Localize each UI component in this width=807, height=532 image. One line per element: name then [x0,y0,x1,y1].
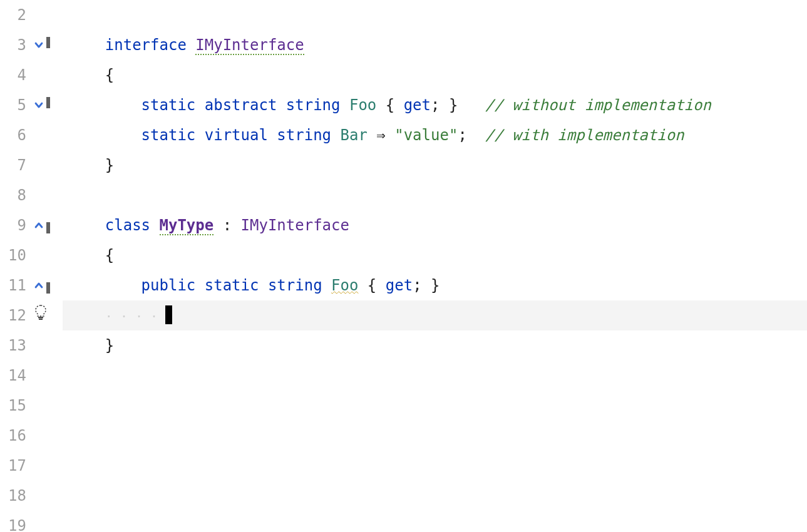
indent [69,36,105,54]
punct: { [358,277,385,294]
gutter-row: 13 [0,330,63,361]
implementation-mark-icon [46,282,50,294]
lightbulb-icon[interactable] [34,300,48,330]
type-name[interactable]: MyType [160,217,214,235]
code-line[interactable]: class MyType : IMyInterface [63,210,807,240]
comment: // without implementation [485,96,711,114]
gutter-row: 12 [0,300,63,330]
gutter-row: 8 [0,180,63,210]
code-line[interactable]: static abstract string Foo { get; } // w… [63,90,807,120]
indent [69,126,141,144]
gutter-row: 7 [0,150,63,180]
text-cursor [165,305,172,324]
arrow-operator: ⇒ [368,126,394,144]
gutter-row: 18 [0,481,63,511]
svg-rect-0 [38,317,43,318]
whitespace-indicators: · · · · [105,309,165,324]
line-number: 17 [0,451,30,481]
line-number: 11 [0,270,30,300]
indent [69,66,105,84]
indent [69,247,105,264]
indent [69,307,105,324]
code-line[interactable] [63,180,807,210]
code-editor[interactable]: 2 3 4 5 6 7 8 9 [0,0,807,532]
line-number: 7 [0,150,30,180]
implementation-mark-icon [46,37,50,48]
has-implementations-icon[interactable] [34,40,44,50]
gutter-row: 17 [0,451,63,481]
brace: { [105,66,114,84]
code-line[interactable]: { [63,240,807,270]
brace: { [105,247,114,264]
gutter-row: 14 [0,361,63,391]
gutter-row: 6 [0,120,63,150]
gutter: 2 3 4 5 6 7 8 9 [0,0,63,532]
brace: } [105,156,114,174]
line-number: 10 [0,240,30,270]
code-line[interactable]: } [63,150,807,180]
gutter-row: 3 [0,30,63,60]
code-line[interactable]: interface IMyInterface [63,30,807,60]
gutter-row: 15 [0,391,63,421]
line-number: 9 [0,210,30,240]
gutter-row: 10 [0,240,63,270]
punct: { [376,96,403,114]
indent [69,337,105,354]
string-literal: "value" [394,126,458,144]
keyword: static [141,96,205,114]
code-line[interactable]: static virtual string Bar ⇒ "value"; // … [63,120,807,150]
member-name[interactable]: Foo [349,96,376,114]
type-name[interactable]: IMyInterface [241,217,349,234]
member-name[interactable]: Bar [341,126,368,144]
gutter-row: 9 [0,210,63,240]
overrides-icon[interactable] [34,280,44,290]
keyword: public [141,277,205,294]
has-implementations-icon[interactable] [34,100,44,110]
implementation-mark-icon [46,222,50,233]
indent [69,277,141,294]
brace: } [105,337,114,354]
line-number: 5 [0,90,30,120]
gutter-row: 16 [0,421,63,451]
line-number: 8 [0,180,30,210]
gutter-row: 5 [0,90,63,120]
indent [69,217,105,234]
line-number: 18 [0,481,30,511]
line-number: 3 [0,30,30,60]
code-line[interactable] [63,361,807,391]
keyword: class [105,217,160,234]
keyword: interface [105,36,196,54]
overrides-icon[interactable] [34,220,44,230]
keyword: static [205,277,268,294]
code-line[interactable] [63,481,807,511]
keyword: static [141,126,205,144]
gutter-row: 19 [0,511,63,532]
code-area[interactable]: interface IMyInterface { static abstract… [63,0,807,532]
type-name[interactable]: IMyInterface [195,36,304,55]
gutter-row: 4 [0,60,63,90]
indent [69,96,141,114]
keyword: string [268,277,331,294]
line-number: 16 [0,421,30,451]
comment: // with implementation [485,126,684,144]
line-number: 15 [0,391,30,421]
svg-rect-1 [39,319,43,320]
code-line[interactable]: public static string Foo { get; } [63,270,807,300]
line-number: 12 [0,300,30,330]
keyword: string [277,126,340,144]
code-line[interactable] [63,0,807,30]
code-line[interactable]: } [63,330,807,361]
punct: ; } [413,277,439,294]
code-line[interactable]: { [63,60,807,90]
code-line[interactable] [63,451,807,481]
gutter-row: 2 [0,0,63,30]
punct: ; [458,126,485,144]
code-line-current[interactable]: · · · · [63,300,807,330]
code-line[interactable] [63,421,807,451]
code-line[interactable] [63,511,807,532]
line-number: 19 [0,511,30,532]
indent [69,156,105,174]
member-name[interactable]: Foo [331,277,358,294]
code-line[interactable] [63,391,807,421]
line-number: 13 [0,330,30,361]
